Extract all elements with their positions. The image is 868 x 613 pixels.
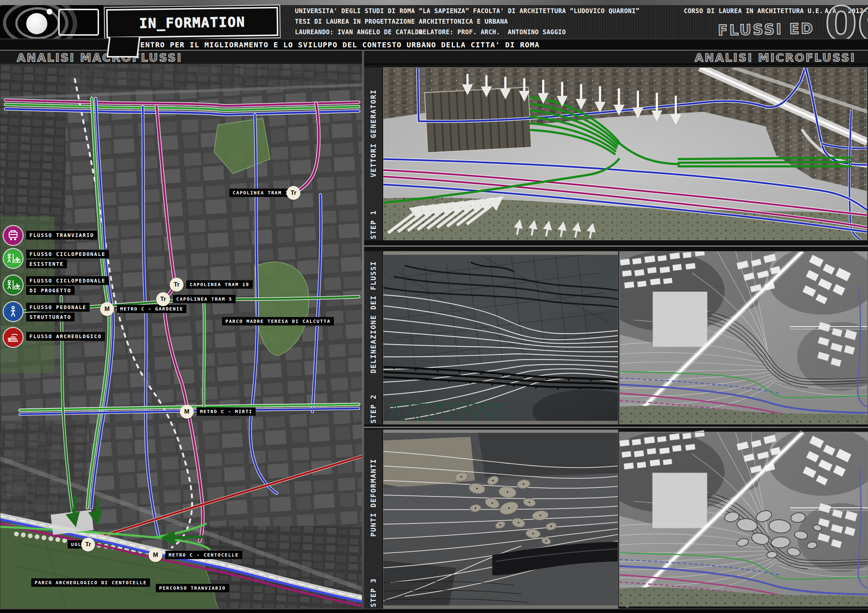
- step1-number: STEP 1: [369, 210, 377, 240]
- eye-pupil: [26, 13, 47, 34]
- step1-title: VETTORI GENERATORI: [369, 89, 377, 177]
- left-section-title: ANALISI MACROFLUSSI: [17, 51, 182, 64]
- step1-band: VETTORI GENERATORI STEP 1: [364, 67, 383, 240]
- map-label-parco-madre: PARCO MADRE TERESA DI CALCUTTA: [222, 317, 334, 325]
- thesis-line: TESI DI LAUREA IN PROGETTAZIONE ARCHITET…: [295, 18, 508, 25]
- map-label-centocelle: METRO C - CENTOCELLE: [165, 551, 242, 559]
- legend-label-ciclopedonale-esistente: FLUSSO CICLOPEDONALEESISTENTE: [26, 250, 109, 269]
- legend-label-pedonale: FLUSSO PEDONALESTRUTTURATO: [26, 303, 90, 322]
- step2-title: DELINEAZIONE DEI FLUSSI: [369, 261, 377, 373]
- step2-band: DELINEAZIONE DEI FLUSSI STEP 2: [364, 251, 383, 424]
- tram-stop-badge-14: Tr: [287, 186, 301, 200]
- map-label-tram5: CAPOLINEA TRAM 5: [173, 295, 236, 303]
- step3-band: PUNTI DEFORMANTI STEP 3: [364, 430, 383, 608]
- metro-station-badge-mirti: M: [180, 405, 194, 419]
- row-gap-2: [364, 424, 868, 430]
- pedestrian-bicycle-icon: [6, 253, 20, 264]
- candidate-line: LAUREANDO: IVAN ANGELO DE CATALDO: [295, 28, 423, 36]
- map-label-parco-archeologico: PARCO ARCHEOLOGICO DI CENTOCELLE: [31, 578, 150, 587]
- brand-logo-tab: [107, 37, 141, 57]
- thesis-board: IN_FORMATION UNIVERSITA' DEGLI STUDI DI …: [0, 0, 868, 613]
- step1-aerial-panel: [383, 67, 867, 240]
- legend-label-archeologico: FLUSSO ARCHEOLOGICO: [26, 332, 105, 342]
- metro-station-badge-centocelle: M: [149, 548, 163, 562]
- legend-badge-tranviario: [4, 226, 23, 245]
- top-gradient-strip: [0, 0, 868, 5]
- eye-frame: [58, 9, 99, 36]
- footer-strip: [0, 608, 868, 613]
- step3-number: STEP 3: [369, 578, 377, 607]
- row-gap-1: [364, 240, 868, 251]
- board-subtitle: CENTRO PER IL MIGLIORAMENTO E LO SVILUPP…: [135, 40, 539, 49]
- legend-badge-ciclopedonale-esistente: [4, 249, 23, 268]
- ruins-icon: [6, 332, 20, 343]
- step3-render-panel: [619, 430, 868, 608]
- step2-render-panel: [619, 251, 868, 424]
- step2-model-panel: [383, 251, 618, 424]
- legend-badge-archeologico: [4, 328, 23, 347]
- map-label-percorso-tranviario: PERCORSO TRANVIARIO: [156, 584, 229, 592]
- tram-stop-badge-19: Tr: [170, 278, 183, 292]
- legend-badge-ciclopedonale-progetto: [4, 276, 23, 294]
- map-label-tram14: CAPOLINEA TRAM 14: [229, 189, 296, 197]
- map-label-gardenie: METRO C - GARDENIE: [117, 305, 186, 313]
- right-section-title: ANALISI MICROFLUSSI: [695, 51, 856, 64]
- eye-glint: [46, 9, 53, 15]
- legend-badge-pedonale: [4, 302, 23, 321]
- course-line: CORSO DI LAUREA IN ARCHITETTURA U.E.: [684, 7, 823, 15]
- pedestrian-icon: [8, 306, 18, 317]
- pedestrian-bicycle-icon: [6, 280, 20, 291]
- step3-model-panel: [383, 430, 618, 608]
- advisor-line: RELATORE: PROF. ARCH. ANTONINO SAGGIO: [419, 28, 566, 36]
- step2-number: STEP 2: [369, 394, 377, 424]
- legend-label-tranviario: FLUSSO TRANVIARIO: [26, 231, 97, 241]
- map-label-mirti: METRO C - MIRTI: [197, 407, 256, 416]
- university-line: UNIVERSITA' DEGLI STUDI DI ROMA “LA SAPI…: [295, 7, 640, 15]
- legend-label-ciclopedonale-progetto: FLUSSO CICLOPEDONALEDI PROGETTO: [26, 276, 109, 296]
- brand-logo-text: IN_FORMATION: [139, 14, 245, 31]
- brand-logo: IN_FORMATION: [106, 7, 278, 39]
- tram-icon: [7, 230, 19, 241]
- metro-station-badge-gardenie: M: [100, 302, 114, 316]
- step3-title: PUNTI DEFORMANTI: [369, 458, 377, 537]
- map-label-tram19: CAPOLINEA TRAM 19: [186, 280, 253, 289]
- tram-stop-badge-5: Tr: [156, 292, 170, 306]
- eye-logo: [0, 5, 104, 39]
- tram-stop-badge-ugl: Tr: [81, 538, 95, 551]
